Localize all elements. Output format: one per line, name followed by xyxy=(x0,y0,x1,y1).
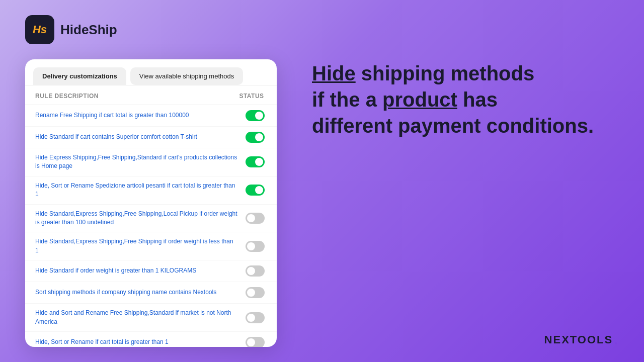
right-panel: Hide shipping methods if the a product h… xyxy=(292,0,644,362)
table-row: Rename Free Shipping if cart total is gr… xyxy=(25,105,277,127)
toggle-area-9 xyxy=(244,312,267,323)
rule-text-4[interactable]: Hide, Sort or Rename Spedizione articoli… xyxy=(35,182,237,199)
table-row: Hide Express Shipping,Free Shipping,Stan… xyxy=(25,148,277,176)
rule-text-10[interactable]: Hide, Sort or Rename if cart total is gr… xyxy=(35,338,237,346)
headline-line2-rest: has xyxy=(457,88,498,111)
table-row: Hide, Sort or Rename if cart total is gr… xyxy=(25,332,277,347)
toggle-area-10 xyxy=(244,337,267,347)
toggle-3[interactable] xyxy=(246,156,265,167)
table-row: Hide and Sort and Rename Free Shipping,S… xyxy=(25,304,277,332)
headline-hide-word: Hide xyxy=(312,62,356,84)
col-status-header: Status xyxy=(236,93,267,100)
rule-text-6[interactable]: Hide Standard,Express Shipping,Free Ship… xyxy=(35,237,237,255)
toggle-5[interactable] xyxy=(246,213,265,224)
toggle-area-1 xyxy=(244,110,267,121)
table-row: Hide Standard if cart contains Superior … xyxy=(25,127,277,148)
col-rule-header: Rule description xyxy=(35,93,236,100)
rule-text-9[interactable]: Hide and Sort and Rename Free Shipping,S… xyxy=(35,309,237,326)
toggle-10[interactable] xyxy=(246,337,265,347)
toggle-area-7 xyxy=(244,265,267,277)
left-panel: Hs HideShip Delivery customizations View… xyxy=(0,0,292,362)
headline-line1: Hide shipping methods xyxy=(312,60,619,86)
logo-text: HideShip xyxy=(60,22,117,38)
table-row: Hide Standard,Express Shipping,Free Ship… xyxy=(25,232,277,260)
toggle-area-3 xyxy=(244,156,267,167)
rule-text-5[interactable]: Hide Standard,Express Shipping,Free Ship… xyxy=(35,210,237,227)
rule-text-3[interactable]: Hide Express Shipping,Free Shipping,Stan… xyxy=(35,153,237,171)
toggle-7[interactable] xyxy=(246,265,265,277)
rule-text-1[interactable]: Rename Free Shipping if cart total is gr… xyxy=(35,111,237,120)
nextools-logo: NEXTOOLS. xyxy=(544,333,619,347)
toggle-area-5 xyxy=(244,213,267,224)
headline-line2-text: if the a xyxy=(312,88,382,111)
toggle-6[interactable] xyxy=(246,241,265,252)
tab-delivery[interactable]: Delivery customizations xyxy=(33,67,126,85)
toggle-1[interactable] xyxy=(246,110,265,121)
headline: Hide shipping methods if the a product h… xyxy=(312,60,619,139)
toggle-2[interactable] xyxy=(246,132,265,143)
table-row: Hide, Sort or Rename Spedizione articoli… xyxy=(25,176,277,205)
nextools-dot: . xyxy=(614,333,619,347)
table-row: Hide Standard if order weight is greater… xyxy=(25,260,277,282)
tab-view-shipping[interactable]: View available shipping methods xyxy=(130,67,243,85)
main-card: Delivery customizations View available s… xyxy=(25,59,277,347)
table-row: Sort shipping methods if company shippin… xyxy=(25,282,277,304)
toggle-4[interactable] xyxy=(246,185,265,196)
toggle-8[interactable] xyxy=(246,287,265,298)
toggle-area-4 xyxy=(244,185,267,196)
rules-list: Rename Free Shipping if cart total is gr… xyxy=(25,105,277,347)
rule-text-7[interactable]: Hide Standard if order weight is greater… xyxy=(35,266,237,275)
headline-line1-rest: shipping methods xyxy=(356,62,535,84)
table-header: Rule description Status xyxy=(25,85,277,105)
logo-icon: Hs xyxy=(25,15,54,44)
rule-text-8[interactable]: Sort shipping methods if company shippin… xyxy=(35,288,237,297)
toggle-9[interactable] xyxy=(246,312,265,323)
nextools-text: NEXTOOLS xyxy=(544,333,613,346)
toggle-area-2 xyxy=(244,132,267,143)
headline-product-word: product xyxy=(382,88,457,111)
headline-line3-word: different payment conditions. xyxy=(312,115,594,137)
logo-area: Hs HideShip xyxy=(25,15,277,44)
toggle-area-6 xyxy=(244,241,267,252)
card-tabs: Delivery customizations View available s… xyxy=(25,59,277,85)
toggle-area-8 xyxy=(244,287,267,298)
table-row: Hide Standard,Express Shipping,Free Ship… xyxy=(25,205,277,233)
headline-line3: different payment conditions. xyxy=(312,113,619,139)
headline-line2: if the a product has xyxy=(312,86,619,113)
rule-text-2[interactable]: Hide Standard if cart contains Superior … xyxy=(35,133,237,141)
